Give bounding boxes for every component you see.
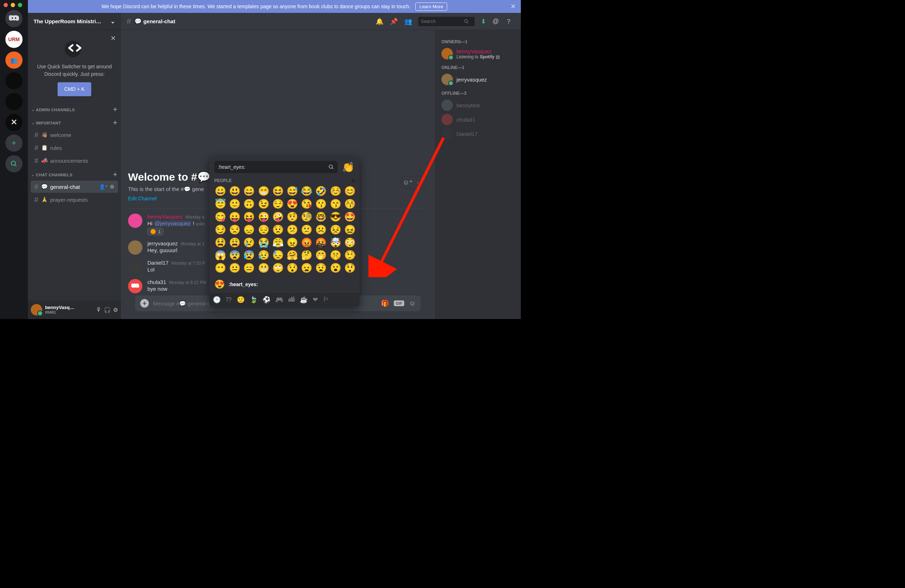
emoji-cell[interactable]: 😖: [344, 225, 356, 235]
emoji-category[interactable]: 🏙: [288, 296, 295, 304]
emoji-cell[interactable]: 😰: [243, 250, 255, 261]
emoji-category[interactable]: ❤: [313, 296, 318, 304]
emoji-cell[interactable]: ☹️: [315, 225, 327, 235]
server-4[interactable]: [5, 93, 22, 110]
avatar[interactable]: [128, 260, 142, 274]
home-button[interactable]: [5, 10, 22, 27]
avatar[interactable]: [128, 240, 142, 255]
emoji-cell[interactable]: 😣: [329, 225, 341, 235]
mention[interactable]: @jerryvasquez: [154, 220, 191, 227]
search-input[interactable]: [421, 19, 464, 24]
emoji-cell[interactable]: 😩: [229, 238, 241, 248]
emoji-cell[interactable]: 🙃: [243, 199, 255, 209]
emoji-cell[interactable]: 😓: [272, 250, 284, 261]
member-chula31[interactable]: chula31: [438, 112, 517, 127]
emoji-cell[interactable]: 🤯: [329, 238, 341, 248]
emoji-category[interactable]: 🍃: [250, 296, 257, 304]
member-daniel17[interactable]: Daniel17: [438, 127, 517, 141]
channel-prayer-requests[interactable]: #🙏prayer-requests: [31, 193, 118, 206]
member-list-icon[interactable]: 👥: [404, 17, 412, 25]
emoji-cell[interactable]: 😌: [272, 199, 284, 209]
emoji-cell[interactable]: 😛: [229, 212, 241, 222]
help-icon[interactable]: ？: [505, 17, 512, 26]
member-jerryvasquez[interactable]: jerryvasquez: [438, 72, 517, 87]
avatar[interactable]: [128, 279, 142, 293]
close-window-icon[interactable]: [3, 3, 8, 7]
emoji-search[interactable]: :heart_eyes:: [214, 161, 338, 173]
emoji-cell[interactable]: 😶: [214, 263, 226, 274]
emoji-cell[interactable]: 😱: [214, 250, 226, 261]
add-server-button[interactable]: +: [5, 135, 22, 152]
server-urm[interactable]: URM: [5, 31, 22, 48]
search-box[interactable]: [418, 17, 475, 26]
self-avatar[interactable]: [31, 304, 42, 315]
emoji-cell[interactable]: 😏: [214, 225, 226, 235]
emoji-category[interactable]: ⚽: [262, 296, 270, 304]
notifications-icon[interactable]: 🔔: [376, 17, 383, 25]
author[interactable]: jerryvasquez: [148, 240, 178, 246]
emoji-cell[interactable]: 🙂: [229, 199, 241, 209]
emoji-cell[interactable]: 🤬: [315, 238, 327, 248]
emoji-cell[interactable]: 😧: [315, 263, 327, 274]
emoji-cell[interactable]: 😕: [286, 225, 298, 235]
author[interactable]: Daniel17: [148, 260, 168, 266]
edit-channel-link[interactable]: Edit Channel: [128, 196, 157, 201]
minimize-window-icon[interactable]: [11, 3, 15, 7]
emoji-cell[interactable]: ☺️: [329, 186, 341, 197]
emoji-cell[interactable]: 😍: [286, 199, 298, 209]
emoji-cell[interactable]: 😦: [300, 263, 313, 274]
emoji-cell[interactable]: 🤓: [315, 212, 327, 222]
emoji-cell[interactable]: 😮: [329, 263, 341, 274]
add-channel-icon[interactable]: +: [113, 171, 117, 179]
dismiss-banner-icon[interactable]: ✕: [510, 3, 516, 10]
emoji-category[interactable]: 🙂: [237, 296, 245, 304]
gif-button[interactable]: GIF: [394, 300, 404, 306]
server-5[interactable]: ✕: [5, 114, 22, 131]
emoji-cell[interactable]: 😞: [243, 225, 255, 235]
emoji-cell[interactable]: 😗: [315, 199, 327, 209]
emoji-category[interactable]: ☕: [300, 296, 308, 304]
emoji-cell[interactable]: 🙄: [272, 263, 284, 274]
settings-icon[interactable]: ⚙: [110, 184, 114, 190]
member-bennytest[interactable]: bennytest: [438, 98, 517, 112]
emoji-cell[interactable]: 😬: [257, 263, 270, 274]
emoji-cell[interactable]: 🤣: [315, 186, 327, 197]
emoji-cell[interactable]: 🤪: [272, 212, 284, 222]
emoji-cell[interactable]: 😭: [257, 238, 270, 248]
emoji-cell[interactable]: 🤫: [329, 250, 341, 261]
emoji-category[interactable]: 🎮: [275, 296, 283, 304]
emoji-cell[interactable]: 🤨: [286, 212, 298, 222]
emoji-cell[interactable]: 😜: [257, 212, 270, 222]
more-actions-button[interactable]: ⋯: [414, 176, 426, 189]
emoji-preview-large[interactable]: 👏: [342, 161, 354, 173]
emoji-cell[interactable]: 😅: [286, 186, 298, 197]
emoji-cell[interactable]: 🤗: [286, 250, 298, 261]
emoji-cell[interactable]: 😯: [286, 263, 298, 274]
emoji-grid[interactable]: 😀😃😄😁😆😅😂🤣☺️😊😇🙂🙃😉😌😍😘😗😙😚😋😛😝😜🤪🤨🧐🤓😎🤩😏😒😞😔😟😕🙁☹️…: [209, 185, 359, 276]
emoji-category[interactable]: 🕒: [213, 296, 221, 304]
emoji-cell[interactable]: 😙: [329, 199, 341, 209]
close-icon[interactable]: ✕: [111, 33, 116, 43]
quick-switcher-shortcut[interactable]: CMD + K: [57, 82, 91, 96]
emoji-cell[interactable]: 🤭: [315, 250, 327, 261]
emoji-cell[interactable]: 😄: [243, 186, 255, 197]
emoji-cell[interactable]: 😢: [243, 238, 255, 248]
emoji-cell[interactable]: 😥: [257, 250, 270, 261]
maximize-window-icon[interactable]: [18, 3, 22, 7]
emoji-cell[interactable]: 😡: [300, 238, 313, 248]
server-3[interactable]: [5, 72, 22, 89]
emoji-cell[interactable]: 😁: [257, 186, 270, 197]
explore-servers-button[interactable]: [5, 155, 22, 173]
emoji-cell[interactable]: 😇: [214, 199, 226, 209]
emoji-cell[interactable]: 😚: [344, 199, 356, 209]
server-cp[interactable]: 👥: [5, 52, 22, 69]
invite-icon[interactable]: 👤⁺: [99, 184, 108, 190]
emoji-cell[interactable]: 🤔: [300, 250, 313, 261]
attach-button[interactable]: +: [140, 299, 149, 307]
emoji-cell[interactable]: 😎: [329, 212, 341, 222]
pinned-icon[interactable]: 📌: [390, 17, 398, 25]
gift-icon[interactable]: 🎁: [381, 300, 389, 307]
emoji-cell[interactable]: 🤥: [344, 250, 356, 261]
emoji-categories[interactable]: 🕒⁇🙂🍃⚽🎮🏙☕❤🏳: [209, 293, 359, 306]
emoji-cell[interactable]: 🤩: [344, 212, 356, 222]
